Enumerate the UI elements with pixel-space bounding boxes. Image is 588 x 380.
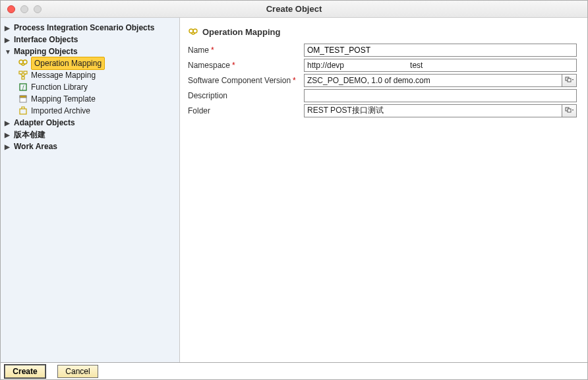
tree-node-process-integration[interactable]: ▶ Process Integration Scenario Objects — [1, 22, 179, 34]
tree-node-mapping-objects[interactable]: ▼ Mapping Objects — [1, 46, 179, 57]
titlebar: Create Object — [1, 1, 587, 18]
scv-combo — [304, 74, 577, 87]
tree-item-operation-mapping[interactable]: Operation Mapping — [1, 57, 179, 69]
message-mapping-icon — [18, 71, 28, 80]
label-description: Description — [188, 91, 304, 100]
form-panel: Operation Mapping Name* Namespace* Softw… — [180, 18, 587, 362]
folder-picker-button[interactable] — [562, 104, 577, 117]
tree-node-version-create[interactable]: ▶ 版本创建 — [1, 129, 179, 141]
section-header: Operation Mapping — [188, 27, 577, 37]
scv-input[interactable] — [304, 74, 562, 87]
row-scv: Software Component Version* — [188, 73, 577, 88]
svg-rect-2 — [19, 71, 22, 74]
close-icon[interactable] — [7, 5, 15, 13]
label-namespace: Namespace* — [188, 61, 304, 70]
operation-mapping-icon — [18, 59, 28, 68]
dialog-body: ▶ Process Integration Scenario Objects ▶… — [1, 18, 587, 362]
svg-rect-15 — [568, 109, 571, 112]
tree-node-work-areas[interactable]: ▶ Work Areas — [1, 141, 179, 152]
svg-point-0 — [19, 60, 23, 64]
description-input[interactable] — [304, 89, 577, 102]
operation-mapping-icon — [188, 28, 198, 37]
tree-item-function-library[interactable]: f Function Library — [1, 81, 179, 93]
svg-rect-3 — [24, 71, 27, 74]
row-name: Name* — [188, 42, 577, 57]
create-object-dialog: Create Object ▶ Process Integration Scen… — [0, 0, 588, 380]
svg-rect-13 — [568, 79, 571, 82]
chevron-right-icon: ▶ — [5, 143, 11, 150]
minimize-icon[interactable] — [20, 5, 28, 13]
label-scv: Software Component Version* — [188, 76, 304, 85]
namespace-input[interactable] — [304, 59, 577, 72]
imported-archive-icon — [18, 106, 28, 115]
svg-rect-9 — [20, 109, 26, 114]
scv-picker-button[interactable] — [562, 74, 577, 87]
tree-item-imported-archive[interactable]: Imported Archive — [1, 105, 179, 117]
svg-rect-4 — [22, 77, 24, 79]
svg-point-1 — [23, 60, 27, 64]
mapping-template-icon — [18, 94, 28, 104]
row-description: Description — [188, 88, 577, 103]
cancel-button[interactable]: Cancel — [57, 365, 98, 378]
chevron-right-icon: ▶ — [5, 36, 11, 44]
svg-rect-8 — [20, 96, 26, 98]
window-title: Create Object — [1, 4, 587, 14]
row-namespace: Namespace* — [188, 57, 577, 73]
tree-item-message-mapping[interactable]: Message Mapping — [1, 69, 179, 81]
chevron-right-icon: ▶ — [5, 131, 11, 139]
zoom-icon[interactable] — [34, 5, 42, 13]
tree-item-mapping-template[interactable]: Mapping Template — [1, 93, 179, 105]
svg-point-10 — [189, 29, 193, 33]
chevron-right-icon: ▶ — [5, 119, 11, 127]
function-library-icon: f — [18, 82, 28, 92]
dialog-footer: Create Cancel — [1, 362, 587, 379]
folder-input[interactable] — [304, 104, 562, 117]
tree-node-adapter-objects[interactable]: ▶ Adapter Objects — [1, 117, 179, 129]
window-controls — [1, 5, 42, 13]
chevron-right-icon: ▶ — [5, 24, 11, 32]
row-folder: Folder — [188, 103, 577, 118]
section-title: Operation Mapping — [202, 27, 280, 37]
svg-point-11 — [193, 29, 197, 33]
create-button[interactable]: Create — [5, 365, 45, 378]
name-input[interactable] — [304, 44, 577, 57]
label-name: Name* — [188, 46, 304, 55]
object-type-tree: ▶ Process Integration Scenario Objects ▶… — [1, 18, 180, 362]
chevron-down-icon: ▼ — [5, 48, 11, 55]
svg-text:f: f — [22, 84, 25, 90]
folder-combo — [304, 104, 577, 117]
tree-node-interface-objects[interactable]: ▶ Interface Objects — [1, 34, 179, 46]
label-folder: Folder — [188, 106, 304, 115]
